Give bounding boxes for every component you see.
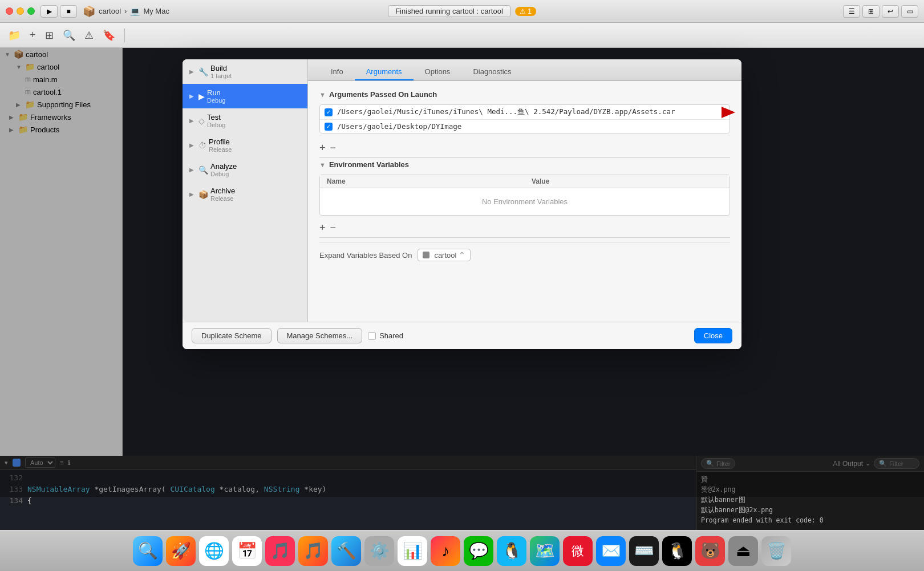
status-area: Finished running cartool : cartool ⚠ 1 [388, 5, 536, 17]
section-toggle-env[interactable]: ▼ [319, 161, 326, 168]
archive-label-group: Archive Release [210, 187, 235, 202]
modal-tabs: Info Arguments Options Diagnostics [308, 59, 741, 81]
scheme-item-profile[interactable]: ▶ ⏱ Profile Release [183, 133, 307, 157]
stop-button[interactable]: ■ [60, 5, 77, 18]
section-header-args: ▼ Arguments Passed On Launch [319, 90, 730, 99]
arg-text-1: /Users/gaolei/Music/iTunes/iTunes\ Medi.… [337, 107, 675, 117]
breadcrumb-target: My Mac [143, 7, 169, 15]
dock-xcode[interactable]: 🔨 [331, 536, 361, 566]
dock: 🔍 🚀 🌐 📅 🎵 🎵 🔨 ⚙️ 📊 ♪ 💬 🐧 🗺️ 微 ✉️ ⌨️ 🐧 🐻 … [0, 530, 924, 571]
dock-wechat[interactable]: 💬 [464, 536, 493, 566]
toolbar-group[interactable]: ⊞ [43, 27, 56, 44]
scheme-sublabel-test: Debug [207, 122, 225, 128]
editor-toggle[interactable]: ⊞ [862, 5, 880, 18]
dock-eject[interactable]: ⏏ [728, 536, 758, 566]
expand-icon-test: ▶ [189, 118, 196, 124]
navigate-back[interactable]: ↩ [882, 5, 899, 18]
sidebar-toggle-left[interactable]: ☰ [843, 5, 860, 18]
dock-activitymonitor[interactable]: 📊 [398, 536, 427, 566]
playback-controls: ▶ ■ [40, 5, 77, 18]
toolbar-warning[interactable]: ⚠ [82, 27, 96, 44]
scheme-sublabel-profile: Release [209, 146, 232, 153]
modal-overlay: ▶ 🔧 Build 1 target ▶ ▶ Run Debug [0, 48, 924, 497]
dock-settings[interactable]: ⚙️ [364, 536, 394, 566]
arg-text-2: /Users/gaolei/Desktop/DYImage [337, 122, 461, 131]
env-section: ▼ Environment Variables Name Value No En… [319, 160, 730, 238]
dock-trash[interactable]: 🗑️ [761, 536, 791, 566]
section-divider [319, 157, 730, 158]
dock-bear[interactable]: 🐻 [695, 536, 725, 566]
scheme-label-analyze: Analyze [210, 162, 237, 171]
dock-chrome[interactable]: 🌐 [199, 536, 229, 566]
tab-info[interactable]: Info [319, 64, 355, 80]
shared-checkbox[interactable] [368, 332, 376, 340]
expand-icon-run: ▶ [189, 93, 196, 99]
section-title-env: Environment Variables [329, 160, 409, 169]
expand-icon-build: ▶ [189, 68, 196, 75]
scheme-item-analyze[interactable]: ▶ 🔍 Analyze Debug [183, 157, 307, 182]
titlebar: ▶ ■ 📦 cartool › 💻 My Mac Finished runnin… [0, 0, 924, 23]
dock-qq[interactable]: 🐧 [497, 536, 526, 566]
warning-badge: ⚠ 1 [515, 7, 536, 16]
remove-arg-button[interactable]: − [330, 143, 337, 153]
section-toggle-args[interactable]: ▼ [319, 91, 326, 98]
dock-finder[interactable]: 🔍 [133, 536, 163, 566]
toolbar-add[interactable]: + [27, 27, 38, 43]
toolbar-open[interactable]: 📁 [6, 27, 23, 44]
toolbar-separator [124, 29, 125, 42]
dock-penguin[interactable]: 🐧 [662, 536, 692, 566]
tab-arguments[interactable]: Arguments [355, 64, 414, 80]
dock-calendar[interactable]: 📅 [232, 536, 262, 566]
scheme-item-test[interactable]: ▶ ◇ Test Debug [183, 108, 307, 133]
scheme-label-archive: Archive [210, 187, 235, 195]
arg-checkbox-1[interactable]: ✓ [325, 108, 333, 116]
expand-vars-row: Expand Variables Based On cartool ⌃ [319, 242, 730, 264]
env-table-controls: + − [319, 220, 730, 235]
add-arg-button[interactable]: + [319, 143, 326, 153]
arg-checkbox-2[interactable]: ✓ [325, 123, 333, 131]
env-empty-message: No Environment Variables [320, 188, 730, 215]
scheme-item-archive[interactable]: ▶ 📦 Archive Release [183, 182, 307, 206]
expand-dropdown[interactable]: cartool ⌃ [418, 249, 471, 261]
build-label-group: Build 1 target [210, 64, 232, 79]
add-env-button[interactable]: + [319, 222, 326, 233]
test-label-group: Test Debug [207, 113, 225, 128]
dock-music[interactable]: ♪ [431, 536, 460, 566]
play-button[interactable]: ▶ [40, 5, 58, 18]
tab-options[interactable]: Options [414, 64, 462, 80]
expand-icon-profile: ▶ [189, 142, 196, 148]
sidebar-toggle-right[interactable]: ▭ [901, 5, 918, 18]
env-divider [319, 237, 730, 238]
scheme-label-test: Test [207, 113, 225, 122]
scheme-item-run[interactable]: ▶ ▶ Run Debug [183, 84, 307, 108]
fullscreen-button[interactable] [27, 7, 35, 15]
toolbar-bookmark[interactable]: 🔖 [100, 27, 117, 44]
dock-itunes[interactable]: 🎵 [298, 536, 328, 566]
breadcrumb: 📦 cartool › 💻 My Mac [83, 5, 169, 18]
shared-label: Shared [368, 331, 403, 340]
dock-itunesconnect[interactable]: 🎵 [265, 536, 295, 566]
manage-schemes-button[interactable]: Manage Schemes... [277, 328, 363, 343]
close-button[interactable] [6, 7, 13, 15]
dock-launchpad[interactable]: 🚀 [166, 536, 196, 566]
duplicate-scheme-button[interactable]: Duplicate Scheme [192, 328, 271, 343]
col-value: Value [525, 175, 730, 188]
toolbar-search[interactable]: 🔍 [60, 27, 78, 44]
code-token-brace: { [27, 496, 32, 505]
arrow-left-icon [722, 107, 735, 118]
dock-maps[interactable]: 🗺️ [530, 536, 560, 566]
dock-mail[interactable]: ✉️ [596, 536, 626, 566]
status-text: Finished running cartool : cartool [388, 5, 510, 17]
expand-vars-label: Expand Variables Based On [319, 251, 412, 260]
minimize-button[interactable] [17, 7, 24, 15]
close-button[interactable]: Close [694, 328, 732, 343]
code-line-134: { [27, 495, 326, 507]
scheme-label-profile: Profile [209, 137, 232, 146]
dock-terminal[interactable]: ⌨️ [629, 536, 659, 566]
scheme-item-build[interactable]: ▶ 🔧 Build 1 target [183, 59, 307, 84]
tab-diagnostics[interactable]: Diagnostics [461, 64, 522, 80]
remove-env-button[interactable]: − [330, 222, 337, 233]
env-header-row: Name Value [320, 175, 730, 188]
profile-label-group: Profile Release [209, 137, 232, 153]
dock-weibo[interactable]: 微 [563, 536, 593, 566]
